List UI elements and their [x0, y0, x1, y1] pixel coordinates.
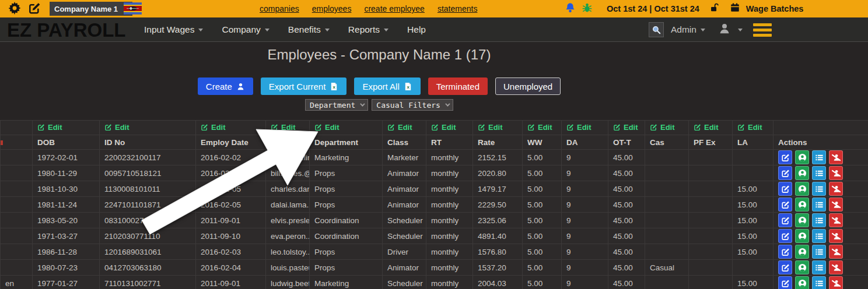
- nav-item-help[interactable]: Help: [407, 24, 426, 35]
- column-edit-link[interactable]: Edit: [201, 123, 226, 132]
- edit-row-cell: [1, 121, 33, 135]
- column-edit-link[interactable]: Edit: [478, 123, 503, 132]
- nav-item-benefits[interactable]: Benefits: [288, 24, 330, 35]
- row-edit-button[interactable]: [778, 245, 792, 259]
- nav-item-reports[interactable]: Reports: [348, 24, 388, 35]
- column-edit-link[interactable]: Edit: [104, 123, 130, 132]
- link-companies[interactable]: companies: [260, 4, 299, 13]
- row-edit-button[interactable]: [778, 229, 792, 243]
- row-profile-button[interactable]: [795, 198, 809, 212]
- row-details-button[interactable]: [812, 198, 826, 212]
- table-cell: 2016-02-03: [196, 244, 266, 260]
- row-details-button[interactable]: [812, 182, 826, 196]
- column-edit-link[interactable]: Edit: [694, 123, 719, 132]
- search-button[interactable]: [649, 22, 664, 37]
- row-edit-button[interactable]: [778, 198, 792, 212]
- export-current-button[interactable]: Export Current x: [261, 77, 347, 95]
- nav-item-company[interactable]: Company: [222, 24, 269, 35]
- casual-filters-dropdown[interactable]: Casual Filters: [372, 99, 453, 111]
- export-all-button[interactable]: Export All x: [354, 77, 420, 95]
- nav-item-input-wages[interactable]: Input Wages: [144, 24, 203, 35]
- debug-bug-icon[interactable]: [582, 2, 593, 16]
- settings-gear-icon[interactable]: [8, 2, 21, 17]
- column-header: WW: [523, 135, 562, 150]
- column-edit-link[interactable]: Edit: [650, 123, 675, 132]
- notifications-bell-icon[interactable]: [565, 2, 576, 16]
- column-edit-link[interactable]: Edit: [37, 123, 62, 132]
- row-details-button[interactable]: [812, 229, 826, 243]
- app-logo[interactable]: EZ PAYROLL: [7, 19, 126, 41]
- svg-text:x: x: [333, 84, 336, 90]
- row-profile-button[interactable]: [795, 150, 809, 164]
- row-terminate-button[interactable]: [829, 260, 843, 274]
- link-create-employee[interactable]: create employee: [364, 4, 425, 13]
- link-employees[interactable]: employees: [312, 4, 352, 13]
- row-terminate-button[interactable]: [829, 166, 843, 180]
- table-cell: monthly: [426, 213, 473, 228]
- row-profile-button[interactable]: [795, 182, 809, 196]
- company-selector-dropdown[interactable]: Company Name 1: [50, 2, 132, 16]
- column-edit-link[interactable]: Edit: [737, 123, 762, 132]
- user-profile-icon[interactable]: [718, 22, 731, 37]
- table-cell: 1537.20: [473, 260, 523, 276]
- row-details-button[interactable]: [812, 213, 826, 227]
- nav-right-group: Admin: [649, 17, 772, 42]
- row-details-button[interactable]: [812, 260, 826, 274]
- row-terminate-button[interactable]: [829, 213, 843, 227]
- row-details-button[interactable]: [812, 166, 826, 180]
- unemployed-button[interactable]: Unemployed: [495, 77, 561, 95]
- create-button[interactable]: Create: [198, 77, 253, 95]
- wage-batches-link[interactable]: Wage Batches: [746, 4, 804, 13]
- edit-pencil-square-icon[interactable]: [28, 2, 41, 17]
- column-edit-link[interactable]: Edit: [314, 123, 340, 132]
- column-edit-link[interactable]: Edit: [527, 123, 552, 132]
- row-terminate-button[interactable]: [829, 245, 843, 259]
- row-terminate-button[interactable]: [829, 276, 843, 289]
- row-profile-button[interactable]: [795, 276, 809, 289]
- row-details-button[interactable]: [812, 276, 826, 289]
- row-profile-button[interactable]: [795, 229, 809, 243]
- edit-row-cell: Edit: [426, 121, 473, 135]
- table-cell: [1, 213, 33, 228]
- row-profile-button[interactable]: [795, 166, 809, 180]
- terminated-button[interactable]: Terminated: [428, 77, 488, 95]
- table-cell: 15.00: [733, 197, 774, 213]
- row-terminate-button[interactable]: [829, 182, 843, 196]
- row-terminate-button[interactable]: [829, 198, 843, 212]
- row-details-button[interactable]: [812, 245, 826, 259]
- row-edit-button[interactable]: [778, 182, 792, 196]
- page-title: Employees - Company Name 1 (17): [268, 47, 491, 63]
- unlock-icon[interactable]: [709, 2, 719, 15]
- row-edit-button[interactable]: [778, 213, 792, 227]
- hamburger-menu-icon[interactable]: [753, 23, 772, 37]
- column-edit-link[interactable]: Edit: [431, 123, 456, 132]
- caret-down-icon[interactable]: [738, 29, 743, 31]
- table-cell: Coordination: [310, 213, 383, 228]
- department-filter-dropdown[interactable]: Department: [305, 99, 368, 111]
- row-edit-button[interactable]: [778, 276, 792, 289]
- row-edit-button[interactable]: [778, 260, 792, 274]
- row-terminate-button[interactable]: [829, 150, 843, 164]
- table-cell: 5.00: [523, 244, 562, 260]
- column-edit-link[interactable]: Edit: [387, 123, 412, 132]
- column-edit-link[interactable]: Edit: [613, 123, 638, 132]
- row-edit-button[interactable]: [778, 150, 792, 164]
- column-header: Actions: [774, 135, 868, 150]
- table-cell: 2016-02-04: [196, 260, 266, 276]
- column-edit-link[interactable]: Edit: [271, 123, 296, 132]
- table-cell: 9: [562, 165, 608, 181]
- row-profile-button[interactable]: [795, 213, 809, 227]
- svg-text:x: x: [407, 84, 410, 90]
- row-profile-button[interactable]: [795, 260, 809, 274]
- row-details-button[interactable]: [812, 150, 826, 164]
- table-cell: 5.00: [523, 165, 562, 181]
- row-profile-button[interactable]: [795, 245, 809, 259]
- table-body: 1972-02-0122002321001172016-02-02abraham…: [1, 150, 868, 289]
- row-edit-button[interactable]: [778, 166, 792, 180]
- admin-menu[interactable]: Admin: [671, 24, 705, 35]
- pay-period-date-range[interactable]: Oct 1st 24 | Oct 31st 24: [607, 4, 699, 13]
- table-cell: 9: [562, 197, 608, 213]
- link-statements[interactable]: statements: [438, 4, 477, 13]
- column-edit-link[interactable]: Edit: [566, 123, 592, 132]
- row-terminate-button[interactable]: [829, 229, 843, 243]
